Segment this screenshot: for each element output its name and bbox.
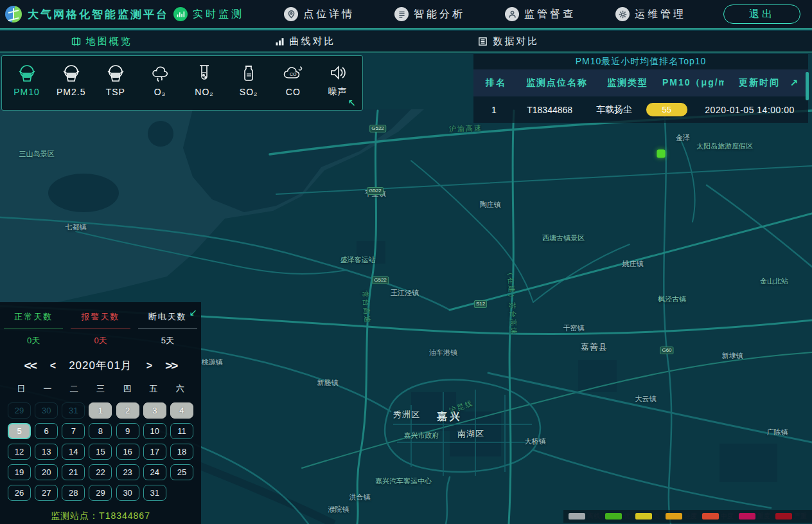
next-month-button[interactable]: > bbox=[146, 360, 151, 372]
calendar-day[interactable]: 1 bbox=[89, 402, 112, 419]
calendar-day[interactable]: 29 bbox=[8, 402, 31, 419]
prev-year-button[interactable]: << bbox=[24, 359, 36, 373]
nav-item-realtime-monitor[interactable]: 实时监测 bbox=[173, 7, 244, 21]
station-marker[interactable] bbox=[657, 150, 666, 158]
pollutant-so2[interactable]: SO₂ bbox=[227, 64, 271, 97]
monitor-icon bbox=[173, 7, 188, 21]
col-time: 更新时间 bbox=[724, 77, 795, 89]
top-navbar: 大气网格化智能监测平台 实时监测 点位详情 智能分析 监管督查 bbox=[0, 0, 812, 30]
col-type: 监测类型 bbox=[596, 77, 660, 89]
station-line: 监测站点：T18344867 bbox=[0, 510, 201, 522]
calendar-day[interactable]: 22 bbox=[89, 464, 112, 480]
panel-scrollbar[interactable] bbox=[806, 72, 809, 100]
calendar-day[interactable]: 24 bbox=[143, 464, 166, 480]
nav-label: 运维管理 bbox=[635, 8, 686, 21]
calendar-day[interactable]: 9 bbox=[116, 423, 139, 439]
bar-chart-icon bbox=[275, 37, 285, 46]
gear-icon bbox=[615, 7, 630, 21]
calendar-day[interactable]: 31 bbox=[143, 485, 166, 501]
nav-label: 实时监测 bbox=[193, 8, 244, 21]
calendar-day[interactable]: 26 bbox=[8, 485, 31, 501]
calendar-day[interactable]: 30 bbox=[116, 485, 139, 501]
calendar-day[interactable]: 19 bbox=[8, 464, 31, 480]
ranking-panel: PM10最近小时均值排名Top10 排名 监测点位名称 监测类型 PM10（μg… bbox=[473, 54, 808, 123]
calendar-day[interactable]: 11 bbox=[170, 423, 193, 439]
pollutant-label: NO₂ bbox=[195, 87, 213, 97]
calendar-day[interactable]: 17 bbox=[143, 444, 166, 460]
exit-button[interactable]: 退出 bbox=[723, 5, 800, 24]
pollutant-selector-panel: PM10 PM2.5 TSP O₃ NO₂ SO₂ CO CO 噪声 ↖ bbox=[1, 55, 363, 111]
collapse-arrow-icon[interactable]: ↖ bbox=[348, 98, 356, 107]
calendar-day[interactable]: 29 bbox=[89, 485, 112, 501]
calendar-day[interactable]: 3 bbox=[143, 402, 166, 419]
pollutant-tsp[interactable]: TSP bbox=[93, 64, 137, 97]
nav-item-point-details[interactable]: 点位详情 bbox=[284, 7, 355, 21]
tab-map-overview[interactable]: 地图概览 bbox=[0, 35, 204, 48]
legend-label: 严重 bbox=[794, 512, 807, 521]
calendar-day[interactable]: 31 bbox=[62, 402, 85, 419]
next-year-button[interactable]: >> bbox=[165, 359, 177, 373]
day-stats: 正常天数 0天 报警天数 0天 断电天数 5天 bbox=[0, 311, 201, 347]
tab-curve-compare[interactable]: 曲线对比 bbox=[204, 35, 407, 48]
pollutant-no2[interactable]: NO₂ bbox=[182, 64, 227, 97]
calendar-day[interactable]: 10 bbox=[143, 423, 166, 439]
arrow-up-right-icon[interactable]: ↗ bbox=[790, 77, 799, 89]
mask-icon bbox=[60, 64, 82, 83]
app-title: 大气网格化智能监测平台 bbox=[28, 7, 169, 22]
calendar-day[interactable]: 25 bbox=[170, 464, 193, 480]
nav-label: 监管督查 bbox=[524, 8, 576, 21]
calendar-day[interactable]: 28 bbox=[62, 485, 85, 501]
calendar-day[interactable]: 13 bbox=[35, 444, 58, 460]
calendar-day[interactable]: 8 bbox=[89, 423, 112, 439]
legend-item: 良 bbox=[635, 512, 660, 521]
weekday-label: 五 bbox=[140, 383, 166, 395]
calendar-day[interactable]: 20 bbox=[35, 464, 58, 480]
stat-value: 0天 bbox=[67, 335, 134, 347]
stat-alarm-days[interactable]: 报警天数 0天 bbox=[67, 311, 134, 347]
calendar-day[interactable]: 15 bbox=[89, 444, 112, 460]
calendar-day[interactable]: 7 bbox=[62, 423, 85, 439]
pollutant-pm25[interactable]: PM2.5 bbox=[49, 64, 93, 97]
calendar-day[interactable]: 12 bbox=[8, 444, 31, 460]
svg-text:CO: CO bbox=[290, 72, 297, 77]
calendar-day[interactable]: 5 bbox=[8, 423, 31, 439]
cell-rank: 1 bbox=[473, 105, 515, 115]
calendar-day[interactable]: 18 bbox=[170, 444, 193, 460]
cloud-icon: CO bbox=[282, 64, 304, 83]
nav-item-smart-analysis[interactable]: 智能分析 bbox=[394, 7, 465, 21]
legend-swatch bbox=[666, 513, 682, 519]
calendar-day[interactable]: 4 bbox=[170, 402, 193, 419]
prev-month-button[interactable]: < bbox=[50, 360, 55, 372]
pollutant-pm10[interactable]: PM10 bbox=[4, 64, 49, 97]
legend-item: 离线 bbox=[569, 512, 600, 521]
aqi-legend: 离线 优 良 轻度 中度 重度 严重 bbox=[563, 510, 812, 523]
pollutant-noise[interactable]: 噪声 bbox=[315, 63, 360, 98]
table-row[interactable]: 1 T18344868 车载扬尘 55 2020-01-05 14:00:00 bbox=[473, 96, 808, 123]
calendar-day[interactable]: 6 bbox=[35, 423, 58, 439]
calendar-day[interactable]: 2 bbox=[116, 402, 139, 419]
legend-label: 良 bbox=[654, 512, 660, 521]
pollutant-co[interactable]: CO CO bbox=[271, 64, 315, 97]
weekday-label: 日 bbox=[8, 383, 34, 395]
weekday-label: 三 bbox=[87, 383, 114, 395]
bottle-icon bbox=[238, 64, 260, 83]
calendar-day[interactable]: 30 bbox=[35, 402, 58, 419]
nav-item-supervision[interactable]: 监管督查 bbox=[505, 7, 576, 21]
app-logo-icon bbox=[5, 6, 22, 23]
calendar-day[interactable]: 23 bbox=[116, 464, 139, 480]
calendar-day[interactable]: 16 bbox=[116, 444, 139, 460]
legend-item: 轻度 bbox=[666, 512, 697, 521]
col-pm10: PM10（μg/m³） bbox=[660, 77, 724, 89]
pollutant-o3[interactable]: O₃ bbox=[137, 64, 182, 97]
collapse-arrow-icon[interactable]: ↙ bbox=[189, 307, 197, 317]
mask-icon bbox=[105, 64, 127, 83]
stat-normal-days[interactable]: 正常天数 0天 bbox=[0, 311, 67, 347]
legend-swatch bbox=[702, 513, 719, 519]
calendar-day[interactable]: 21 bbox=[62, 464, 85, 480]
tab-data-compare[interactable]: 数据对比 bbox=[407, 35, 610, 48]
nav-item-operations[interactable]: 运维管理 bbox=[615, 7, 686, 21]
calendar-day[interactable]: 14 bbox=[62, 444, 85, 460]
weekday-label: 一 bbox=[34, 383, 60, 395]
calendar-day[interactable]: 27 bbox=[35, 485, 58, 501]
legend-swatch bbox=[739, 513, 755, 519]
